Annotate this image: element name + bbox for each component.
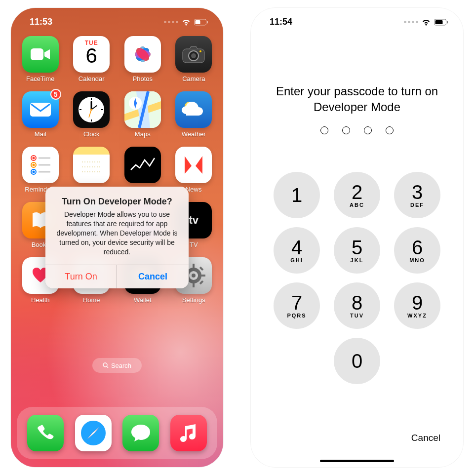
passcode-dot [386, 126, 394, 134]
alert-turn-on-button[interactable]: Turn On [45, 265, 117, 288]
status-bar: 11:54 [251, 8, 463, 30]
keypad-digit: 7 [291, 293, 302, 313]
alert-cancel-button[interactable]: Cancel [117, 265, 189, 288]
phone-passcode-screen: 11:54 Enter your passcode to turn on Dev… [251, 8, 463, 467]
alert-title: Turn On Developer Mode? [54, 197, 180, 207]
keypad-letters: ABC [350, 202, 364, 208]
keypad-digit: 1 [291, 185, 302, 205]
alert-message: Developer Mode allows you to use feature… [54, 210, 180, 256]
home-indicator[interactable] [320, 460, 394, 462]
keypad-digit: 5 [352, 238, 362, 257]
developer-mode-alert: Turn On Developer Mode? Developer Mode a… [45, 187, 189, 288]
keypad-2[interactable]: 2ABC [334, 172, 380, 218]
keypad-digit: 8 [352, 293, 362, 313]
keypad-letters: MNO [409, 257, 425, 263]
cellular-dots-icon [404, 21, 418, 23]
keypad: 1 2ABC 3DEF 4GHI 5JKL 6MNO 7PQRS 8TUV 9W… [251, 172, 463, 384]
keypad-6[interactable]: 6MNO [394, 227, 440, 274]
keypad-digit: 4 [291, 238, 302, 257]
keypad-4[interactable]: 4GHI [274, 227, 320, 274]
passcode-prompt: Enter your passcode to turn on Developer… [251, 83, 463, 116]
keypad-letters: WXYZ [407, 313, 427, 318]
battery-icon [434, 19, 448, 26]
wifi-icon [421, 19, 431, 26]
passcode-dots [251, 126, 463, 134]
alert-mask: Turn On Developer Mode? Developer Mode a… [11, 8, 223, 467]
keypad-letters: PQRS [287, 313, 306, 318]
passcode-dot [320, 126, 328, 134]
svg-rect-69 [447, 21, 448, 23]
keypad-digit: 2 [352, 182, 362, 202]
svg-rect-68 [435, 20, 443, 24]
phone-home-screen: 11:53 FaceTime TUE [11, 8, 223, 467]
keypad-digit: 0 [352, 351, 362, 371]
keypad-letters: DEF [410, 202, 424, 208]
keypad-5[interactable]: 5JKL [334, 227, 380, 274]
keypad-letters: TUV [350, 313, 364, 318]
keypad-letters: JKL [351, 257, 364, 263]
keypad-8[interactable]: 8TUV [334, 282, 380, 329]
keypad-0[interactable]: 0 [334, 338, 380, 384]
passcode-dot [342, 126, 350, 134]
status-time: 11:54 [270, 17, 292, 27]
keypad-digit: 3 [412, 182, 423, 202]
keypad-1[interactable]: 1 [274, 172, 320, 218]
keypad-9[interactable]: 9WXYZ [394, 282, 440, 329]
passcode-cancel-button[interactable]: Cancel [251, 433, 463, 443]
keypad-digit: 9 [412, 293, 423, 313]
keypad-3[interactable]: 3DEF [394, 172, 440, 218]
keypad-letters: GHI [290, 257, 303, 263]
keypad-7[interactable]: 7PQRS [274, 282, 320, 329]
keypad-digit: 6 [412, 238, 423, 257]
passcode-dot [364, 126, 372, 134]
